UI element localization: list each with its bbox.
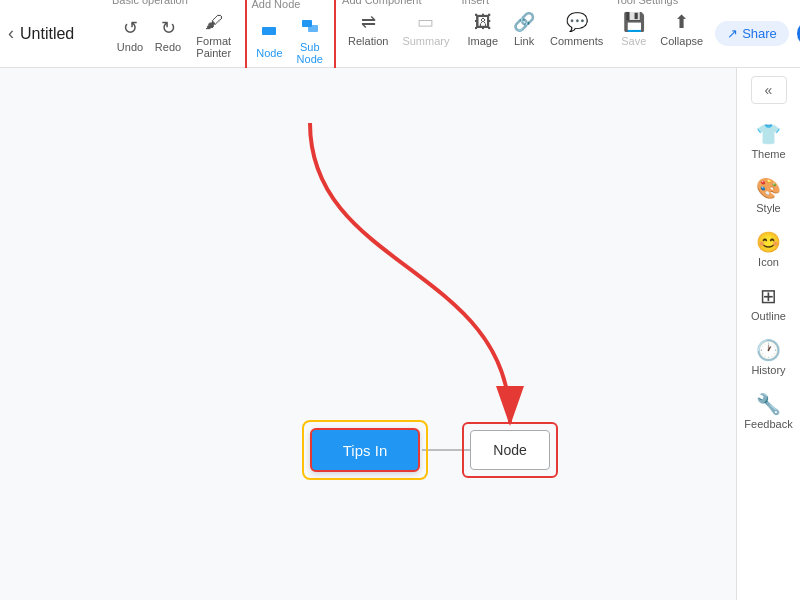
node-tips[interactable]: Tips In bbox=[310, 428, 420, 472]
group-add-component: Add Component ⇌ Relation ▭ Summary bbox=[342, 0, 455, 51]
connection-lines bbox=[0, 68, 736, 600]
collapse-button[interactable]: ⬆ Collapse bbox=[654, 8, 709, 51]
image-button[interactable]: 🖼 Image bbox=[461, 8, 504, 51]
sidebar-style-label: Style bbox=[756, 202, 780, 214]
collapse-label: Collapse bbox=[660, 35, 703, 47]
node-tips-text: Tips In bbox=[343, 442, 387, 459]
save-label: Save bbox=[621, 35, 646, 47]
group-tool-settings-items: 💾 Save ⬆ Collapse bbox=[615, 8, 709, 51]
annotation-arrow bbox=[0, 68, 736, 600]
group-insert-label: Insert bbox=[461, 0, 489, 6]
save-button[interactable]: 💾 Save bbox=[615, 8, 652, 51]
toolbar-right: ↗ Share 📤 Export bbox=[715, 21, 800, 46]
share-label: Share bbox=[742, 26, 777, 41]
main-area: Tips In Node « 👕 Theme 🎨 bbox=[0, 68, 800, 600]
summary-button[interactable]: ▭ Summary bbox=[396, 8, 455, 51]
document-title: Untitled bbox=[20, 25, 100, 43]
node-icon bbox=[260, 22, 278, 46]
icon-icon: 😊 bbox=[756, 230, 781, 254]
summary-icon: ▭ bbox=[417, 12, 434, 34]
node-plain-text: Node bbox=[493, 442, 526, 458]
add-sub-node-button[interactable]: Sub Node bbox=[289, 12, 330, 69]
group-basic-operation-label: Basic operation bbox=[112, 0, 188, 6]
comments-label: Comments bbox=[550, 35, 603, 47]
redo-icon: ↻ bbox=[161, 18, 176, 40]
group-tool-settings: Tool Settings 💾 Save ⬆ Collapse bbox=[615, 0, 709, 51]
sidebar-item-feedback[interactable]: 🔧 Feedback bbox=[741, 386, 797, 436]
group-tool-settings-label: Tool Settings bbox=[615, 0, 678, 6]
sidebar-outline-label: Outline bbox=[751, 310, 786, 322]
group-insert-items: 🖼 Image 🔗 Link 💬 Comments bbox=[461, 8, 609, 51]
link-label: Link bbox=[514, 35, 534, 47]
sidebar-item-icon[interactable]: 😊 Icon bbox=[741, 224, 797, 274]
svg-rect-2 bbox=[308, 25, 318, 32]
redo-label: Redo bbox=[155, 41, 181, 53]
feedback-icon: 🔧 bbox=[756, 392, 781, 416]
right-sidebar: « 👕 Theme 🎨 Style 😊 Icon ⊞ Outline 🕐 His… bbox=[736, 68, 800, 600]
undo-label: Undo bbox=[117, 41, 143, 53]
outline-icon: ⊞ bbox=[760, 284, 777, 308]
undo-icon: ↺ bbox=[123, 18, 138, 40]
group-basic-operation: Basic operation ↺ Undo ↻ Redo 🖌 Format P… bbox=[112, 0, 239, 63]
sidebar-feedback-label: Feedback bbox=[744, 418, 792, 430]
group-add-component-items: ⇌ Relation ▭ Summary bbox=[342, 8, 455, 51]
collapse-sidebar-icon: « bbox=[765, 82, 773, 98]
toolbar-groups: Basic operation ↺ Undo ↻ Redo 🖌 Format P… bbox=[112, 0, 715, 73]
image-icon: 🖼 bbox=[474, 12, 492, 34]
group-add-node-items: Node Sub Node bbox=[251, 12, 330, 69]
group-insert: Insert 🖼 Image 🔗 Link 💬 Comments bbox=[461, 0, 609, 51]
group-add-node-label: Add Node bbox=[251, 0, 300, 10]
link-icon: 🔗 bbox=[513, 12, 535, 34]
group-add-component-label: Add Component bbox=[342, 0, 422, 6]
sidebar-item-history[interactable]: 🕐 History bbox=[741, 332, 797, 382]
svg-rect-0 bbox=[262, 27, 276, 35]
comments-button[interactable]: 💬 Comments bbox=[544, 8, 609, 51]
relation-button[interactable]: ⇌ Relation bbox=[342, 8, 394, 51]
share-icon: ↗ bbox=[727, 26, 738, 41]
sub-node-icon bbox=[301, 16, 319, 40]
node-plain[interactable]: Node bbox=[470, 430, 550, 470]
group-add-node: Add Node Node bbox=[245, 0, 336, 73]
add-node-button[interactable]: Node bbox=[251, 18, 287, 63]
sidebar-icon-label: Icon bbox=[758, 256, 779, 268]
sidebar-item-outline[interactable]: ⊞ Outline bbox=[741, 278, 797, 328]
format-painter-button[interactable]: 🖌 Format Painter bbox=[188, 8, 239, 63]
format-painter-label: Format Painter bbox=[194, 35, 233, 59]
sidebar-collapse-button[interactable]: « bbox=[751, 76, 787, 104]
summary-label: Summary bbox=[402, 35, 449, 47]
sidebar-theme-label: Theme bbox=[751, 148, 785, 160]
image-label: Image bbox=[467, 35, 498, 47]
relation-icon: ⇌ bbox=[361, 12, 376, 34]
history-icon: 🕐 bbox=[756, 338, 781, 362]
sidebar-item-style[interactable]: 🎨 Style bbox=[741, 170, 797, 220]
undo-button[interactable]: ↺ Undo bbox=[112, 14, 148, 57]
group-basic-operation-items: ↺ Undo ↻ Redo 🖌 Format Painter bbox=[112, 8, 239, 63]
link-button[interactable]: 🔗 Link bbox=[506, 8, 542, 51]
relation-label: Relation bbox=[348, 35, 388, 47]
share-button[interactable]: ↗ Share bbox=[715, 21, 789, 46]
toolbar: ‹ Untitled Basic operation ↺ Undo ↻ Redo… bbox=[0, 0, 800, 68]
sidebar-item-theme[interactable]: 👕 Theme bbox=[741, 116, 797, 166]
theme-icon: 👕 bbox=[756, 122, 781, 146]
add-sub-node-label: Sub Node bbox=[295, 41, 324, 65]
back-button[interactable]: ‹ bbox=[8, 20, 14, 48]
add-node-label: Node bbox=[256, 47, 282, 59]
sidebar-history-label: History bbox=[751, 364, 785, 376]
save-icon: 💾 bbox=[623, 12, 645, 34]
style-icon: 🎨 bbox=[756, 176, 781, 200]
canvas-area[interactable]: Tips In Node bbox=[0, 68, 736, 600]
format-painter-icon: 🖌 bbox=[205, 12, 223, 34]
collapse-icon: ⬆ bbox=[674, 12, 689, 34]
redo-button[interactable]: ↻ Redo bbox=[150, 14, 186, 57]
comments-icon: 💬 bbox=[566, 12, 588, 34]
